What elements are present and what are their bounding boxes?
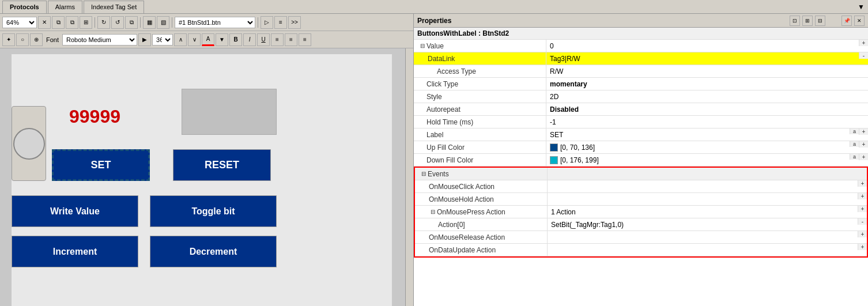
prop-row-onmousehold: OnMouseHold Action +: [415, 193, 867, 206]
prop-icon-2[interactable]: ⊞: [802, 16, 813, 26]
italic-btn[interactable]: I: [243, 33, 256, 46]
prop-value-down-fill: [0, 176, 199]: [546, 154, 850, 166]
canvas-toggle-button[interactable]: Toggle bit: [150, 195, 277, 227]
tool1-btn[interactable]: ✦: [2, 33, 15, 46]
underline-btn[interactable]: U: [257, 33, 270, 46]
canvas-decrement-button[interactable]: Decrement: [150, 236, 277, 267]
canvas-gauge: [12, 106, 46, 181]
tool3-btn[interactable]: ⊕: [30, 33, 43, 46]
expand-value-icon[interactable]: ⊟: [418, 43, 427, 49]
canvas-reset-button[interactable]: RESET: [173, 149, 271, 181]
prop-value-style: 2D: [546, 90, 868, 103]
zoom-select[interactable]: 64%: [2, 17, 37, 28]
tab-dropdown-arrow[interactable]: ▼: [856, 2, 866, 12]
prop-value-autorepeat: Disabled: [546, 103, 868, 115]
prop-minus-btn-datalink[interactable]: -: [859, 52, 868, 59]
prop-add-btn-up-fill[interactable]: +: [859, 141, 868, 148]
prop-label-events: ⊟ Events: [415, 168, 548, 180]
prop-icon-3[interactable]: ⊟: [815, 16, 825, 26]
font-size-down-btn[interactable]: ∨: [188, 33, 201, 46]
prop-add-btn-onmousehold[interactable]: +: [858, 193, 867, 199]
bold-btn[interactable]: B: [229, 33, 242, 46]
prop-add-btn-label[interactable]: +: [859, 129, 868, 135]
prop-row-click-type: Click Type momentary: [414, 78, 868, 90]
prop-row-label: Label SET a +: [414, 129, 868, 141]
prop-row-hold-time: Hold Time (ms) -1: [414, 116, 868, 129]
prop-add-btn-ondataupdate[interactable]: +: [858, 244, 867, 250]
sep1: [95, 17, 95, 28]
sep2: [140, 17, 141, 28]
font-arrow-btn[interactable]: ▶: [138, 33, 151, 46]
prop-row-ondataupdate: OnDataUpdate Action +: [415, 244, 867, 256]
prop-value-ondataupdate: [548, 244, 858, 256]
canvas-area: 99999 SET RESET Write Value Toggle bit I…: [0, 48, 413, 306]
tab-bar: Protocols Alarms Indexed Tag Set ▼: [0, 0, 868, 14]
prop-minus-btn-action0[interactable]: -: [858, 218, 867, 225]
prop-row-access-type: Access Type R/W: [414, 65, 868, 78]
gauge-circle: [13, 128, 45, 160]
prop-value-action0: SetBit(_TagMgr:Tag1,0): [548, 218, 858, 231]
font-color-btn[interactable]: A: [202, 33, 214, 46]
prop-add-btn-onmouseclick[interactable]: +: [858, 180, 867, 187]
rotate-btn[interactable]: ↻: [97, 16, 110, 29]
toolbar-1: 64% ✕ ⧉ ⧉ ⊞ ↻ ↺ ⧉ ▦ ▧ #1 BtnStd1.btn ▷: [0, 14, 413, 31]
prop-a-btn-up-fill[interactable]: a: [850, 141, 859, 147]
prop-value-label: SET: [546, 129, 850, 141]
down-fill-color-swatch: [550, 156, 558, 164]
prop-a-btn-label[interactable]: a: [850, 129, 859, 134]
prop-label-value: ⊟ Value: [414, 40, 546, 52]
prop-icon-1[interactable]: ⊡: [790, 16, 800, 26]
expand-onmousepress-icon[interactable]: ⊟: [429, 209, 437, 215]
prop-label-datalink: DataLink: [414, 52, 546, 65]
prop-row-style: Style 2D: [414, 90, 868, 103]
prop-add-btn-onmousepress[interactable]: +: [858, 206, 867, 212]
tool2-btn[interactable]: ○: [16, 33, 29, 46]
tab-protocols[interactable]: Protocols: [2, 1, 47, 13]
main-area: 64% ✕ ⧉ ⧉ ⊞ ↻ ↺ ⧉ ▦ ▧ #1 BtnStd1.btn ▷: [0, 14, 868, 306]
copy-btn[interactable]: ⧉: [52, 16, 65, 29]
fill2-btn[interactable]: ▧: [157, 16, 169, 29]
tab-indexed-tag-set[interactable]: Indexed Tag Set: [84, 1, 144, 13]
prop-label-label: Label: [414, 129, 546, 141]
copy2-btn[interactable]: ⧉: [66, 16, 78, 29]
prop-pin-btn[interactable]: 📌: [841, 16, 852, 26]
prop-add-btn-down-fill[interactable]: +: [859, 154, 868, 160]
font-size-up-btn[interactable]: ∧: [174, 33, 187, 46]
prop-label-ondataupdate: OnDataUpdate Action: [415, 244, 548, 256]
canvas-write-button[interactable]: Write Value: [12, 195, 138, 227]
nav-btn[interactable]: ▷: [261, 16, 273, 29]
prop-value-onmousehold: [548, 193, 858, 205]
prop-label-action0: Action[0]: [415, 218, 548, 231]
prop-close-btn[interactable]: ✕: [854, 16, 865, 26]
prop-a-btn-down-fill[interactable]: a: [850, 154, 859, 160]
font-select[interactable]: Roboto Medium: [62, 34, 137, 46]
expand-events-icon[interactable]: ⊟: [420, 171, 428, 177]
fill-btn[interactable]: ▦: [143, 16, 156, 29]
prop-value-events: [548, 168, 867, 180]
prop-add-btn-onmouserelease[interactable]: +: [858, 231, 867, 237]
up-fill-color-swatch: [550, 143, 558, 152]
canvas-scrollbar[interactable]: [405, 48, 413, 306]
copy3-btn[interactable]: ⧉: [125, 16, 138, 29]
align-right-btn[interactable]: ≡: [299, 33, 311, 46]
prop-row-autorepeat: Autorepeat Disabled: [414, 103, 868, 116]
menu-btn[interactable]: ≡: [274, 16, 287, 29]
prop-value-access-type: R/W: [546, 65, 868, 77]
prop-row-datalink: DataLink Tag3|R/W -: [414, 52, 868, 65]
font-size-select[interactable]: 36: [152, 34, 173, 46]
prop-row-events: ⊟ Events: [415, 168, 867, 180]
canvas-set-button[interactable]: SET: [52, 149, 150, 181]
font-arrow2-btn[interactable]: ▼: [216, 33, 228, 46]
rotate2-btn[interactable]: ↺: [111, 16, 124, 29]
prop-add-btn-value[interactable]: +: [859, 40, 868, 46]
grid-btn[interactable]: ⊞: [80, 16, 92, 29]
filename-select[interactable]: #1 BtnStd1.btn: [175, 17, 255, 28]
align-left-btn[interactable]: ≡: [271, 33, 284, 46]
prop-row-action0: Action[0] SetBit(_TagMgr:Tag1,0) -: [415, 218, 867, 231]
close-btn[interactable]: ✕: [38, 16, 51, 29]
tab-alarms[interactable]: Alarms: [48, 1, 82, 13]
more-btn[interactable]: >>: [288, 16, 301, 29]
prop-label-access-type: Access Type: [414, 65, 546, 77]
canvas-increment-button[interactable]: Increment: [12, 236, 138, 267]
align-center-btn[interactable]: ≡: [285, 33, 297, 46]
